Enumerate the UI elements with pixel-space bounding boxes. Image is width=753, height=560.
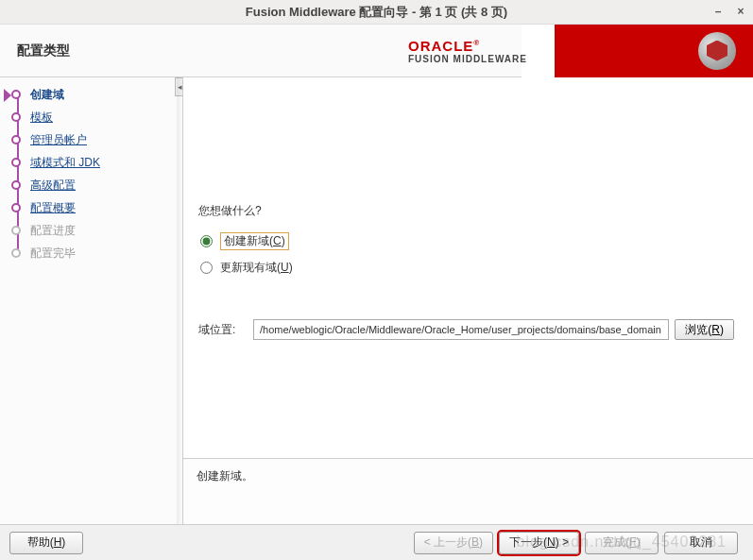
sidebar-step-domain-mode-jdk[interactable]: 域模式和 JDK — [11, 151, 182, 174]
browse-button[interactable]: 浏览(R) — [675, 319, 734, 340]
brand-banner: ORACLE® FUSION MIDDLEWARE — [522, 25, 753, 77]
sidebar-collapse-handle[interactable]: ◂ — [175, 77, 183, 96]
sidebar-step-label: 配置概要 — [30, 200, 76, 216]
cancel-button[interactable]: 取消 — [664, 532, 738, 554]
oracle-hex-icon — [698, 32, 736, 70]
status-area: 创建新域。 — [183, 458, 753, 524]
radio-update-domain-label[interactable]: 更新现有域(U) — [220, 260, 293, 276]
sidebar-step-label: 配置完毕 — [30, 246, 76, 262]
finish-button: 完成(F) — [585, 532, 659, 554]
sidebar-step-advanced[interactable]: 高级配置 — [11, 174, 182, 196]
domain-path-label: 域位置: — [198, 322, 248, 338]
title-bar: Fusion Middleware 配置向导 - 第 1 页 (共 8 页) –… — [0, 0, 753, 25]
sidebar-step-label: 创建域 — [30, 87, 64, 103]
oracle-logo-subtitle: FUSION MIDDLEWARE — [408, 54, 527, 64]
next-button[interactable]: 下一步(N) > — [499, 532, 579, 554]
sidebar-step-label: 高级配置 — [30, 178, 76, 194]
domain-path-input[interactable] — [253, 319, 669, 340]
footer: 帮助(H) < 上一步(B) 下一步(N) > 完成(F) 取消 blog.cs… — [0, 524, 753, 560]
sidebar-step-summary[interactable]: 配置概要 — [11, 196, 182, 219]
sidebar-step-admin-account[interactable]: 管理员帐户 — [11, 128, 182, 151]
sidebar-step-label: 配置进度 — [30, 223, 76, 239]
wizard-sidebar: ◂ 创建域 模板 管理员帐户 域模式和 JDK 高级配置 — [0, 77, 183, 524]
sidebar-step-templates[interactable]: 模板 — [11, 106, 182, 128]
radio-update-domain[interactable] — [200, 262, 213, 274]
radio-create-domain[interactable] — [200, 235, 213, 247]
minimize-icon[interactable]: – — [711, 6, 725, 19]
sidebar-step-label: 模板 — [30, 110, 53, 126]
sidebar-step-label: 域模式和 JDK — [30, 155, 100, 171]
sidebar-step-label: 管理员帐户 — [30, 132, 87, 148]
oracle-logo: ORACLE® — [408, 38, 527, 54]
sidebar-step-create-domain[interactable]: 创建域 — [11, 83, 182, 106]
status-message: 创建新域。 — [197, 469, 253, 483]
sidebar-step-progress: 配置进度 — [11, 219, 182, 242]
radio-create-domain-label[interactable]: 创建新域(C) — [220, 232, 289, 250]
question-label: 您想做什么? — [198, 203, 734, 219]
help-button[interactable]: 帮助(H) — [9, 532, 83, 554]
back-button: < 上一步(B) — [414, 532, 493, 554]
close-icon[interactable]: × — [734, 6, 747, 19]
window-title: Fusion Middleware 配置向导 - 第 1 页 (共 8 页) — [0, 4, 753, 21]
header: 配置类型 ORACLE® FUSION MIDDLEWARE — [0, 25, 753, 77]
sidebar-step-complete: 配置完毕 — [11, 242, 182, 264]
content-pane: 您想做什么? 创建新域(C) 更新现有域(U) 域位置: 浏览(R) 创建新域。 — [183, 77, 753, 524]
